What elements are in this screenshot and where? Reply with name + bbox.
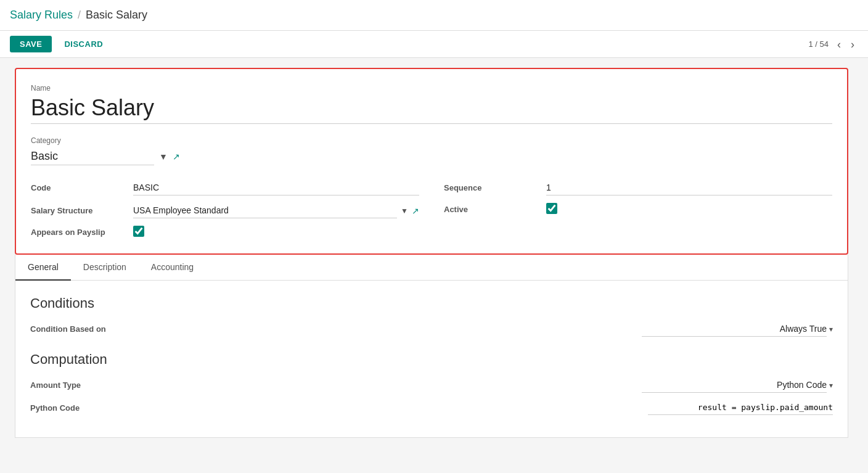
fields-grid: Code Salary Structure USA Employee Stand…	[31, 180, 832, 239]
code-label: Code	[31, 183, 123, 192]
code-field-row: Code	[31, 180, 419, 195]
salary-structure-select-wrap: USA Employee Standard ▼ ↗	[133, 203, 419, 218]
sequence-value-wrap	[546, 180, 832, 195]
pagination-info: 1 / 54	[808, 39, 829, 49]
code-input[interactable]	[133, 180, 419, 195]
amount-type-dropdown-icon: ▾	[829, 381, 833, 390]
condition-based-on-dropdown-icon: ▾	[829, 325, 833, 334]
salary-structure-field-row: Salary Structure USA Employee Standard ▼…	[31, 203, 419, 218]
next-record-button[interactable]: ›	[847, 38, 858, 51]
salary-structure-select[interactable]: USA Employee Standard	[133, 203, 397, 218]
tabs-header: General Description Accounting	[15, 255, 848, 281]
tab-general[interactable]: General	[15, 255, 71, 281]
action-bar: SAVE DISCARD 1 / 54 ‹ ›	[0, 31, 868, 58]
condition-based-on-label: Condition Based on	[30, 324, 154, 334]
category-label: Category	[31, 136, 832, 145]
salary-structure-dropdown-icon: ▼	[401, 207, 408, 215]
breadcrumb-current: Basic Salary	[86, 9, 147, 22]
breadcrumb-separator: /	[78, 9, 81, 22]
pagination: 1 / 54 ‹ ›	[808, 38, 858, 51]
main-content: Name Category Basic ▼ ↗ Code	[0, 58, 863, 448]
computation-section: Computation Amount Type Python Code ▾ Py…	[30, 352, 833, 415]
appears-on-payslip-label: Appears on Payslip	[31, 228, 123, 237]
active-checkbox-wrap	[546, 203, 832, 216]
python-code-row: Python Code	[30, 400, 833, 415]
sequence-label: Sequence	[444, 183, 536, 192]
sequence-input[interactable]	[546, 180, 832, 195]
salary-structure-external-link[interactable]: ↗	[412, 206, 419, 216]
salary-structure-label: Salary Structure	[31, 206, 123, 215]
breadcrumb: Salary Rules / Basic Salary	[10, 9, 147, 22]
amount-type-value-wrap: Python Code ▾	[154, 377, 833, 393]
tab-accounting[interactable]: Accounting	[139, 255, 206, 281]
category-external-link[interactable]: ↗	[173, 152, 180, 162]
python-code-value-wrap	[154, 400, 833, 415]
code-value-wrap	[133, 180, 419, 195]
condition-based-on-value-wrap: Always True ▾	[154, 321, 833, 337]
tab-content-general: Conditions Condition Based on Always Tru…	[15, 281, 848, 437]
python-code-label: Python Code	[30, 403, 154, 413]
form-card: Name Category Basic ▼ ↗ Code	[15, 68, 848, 255]
appears-on-payslip-field-row: Appears on Payslip	[31, 226, 419, 239]
conditions-section: Conditions Condition Based on Always Tru…	[30, 295, 833, 337]
amount-type-label: Amount Type	[30, 380, 154, 390]
name-label: Name	[31, 84, 832, 93]
action-buttons: SAVE DISCARD	[10, 36, 110, 52]
condition-based-on-row: Condition Based on Always True ▾	[30, 321, 833, 337]
tabs-section: General Description Accounting Condition…	[15, 255, 848, 438]
category-select-wrap: Basic ▼ ↗	[31, 147, 832, 165]
conditions-title: Conditions	[30, 295, 833, 311]
category-section: Category Basic ▼ ↗	[31, 136, 832, 165]
computation-title: Computation	[30, 352, 833, 368]
sequence-field-row: Sequence	[444, 180, 832, 195]
appears-on-payslip-wrap	[133, 226, 419, 239]
breadcrumb-parent-link[interactable]: Salary Rules	[10, 9, 73, 22]
left-fields: Code Salary Structure USA Employee Stand…	[31, 180, 419, 239]
active-label: Active	[444, 205, 536, 214]
amount-type-select[interactable]: Python Code	[642, 377, 827, 393]
prev-record-button[interactable]: ‹	[833, 38, 845, 51]
save-button[interactable]: SAVE	[10, 36, 52, 52]
condition-based-on-select[interactable]: Always True	[642, 321, 827, 337]
python-code-input[interactable]	[648, 400, 833, 415]
amount-type-select-wrap: Python Code ▾	[642, 377, 833, 393]
appears-on-payslip-checkbox[interactable]	[133, 226, 144, 237]
active-checkbox[interactable]	[546, 203, 557, 214]
active-field-row: Active	[444, 203, 832, 216]
breadcrumb-bar: Salary Rules / Basic Salary	[0, 0, 868, 31]
condition-based-on-select-wrap: Always True ▾	[642, 321, 833, 337]
name-input[interactable]	[31, 95, 832, 124]
category-select[interactable]: Basic	[31, 147, 154, 165]
tab-description[interactable]: Description	[71, 255, 139, 281]
discard-button[interactable]: DISCARD	[57, 36, 110, 52]
amount-type-row: Amount Type Python Code ▾	[30, 377, 833, 393]
category-dropdown-icon: ▼	[159, 152, 168, 162]
right-fields: Sequence Active	[444, 180, 832, 239]
